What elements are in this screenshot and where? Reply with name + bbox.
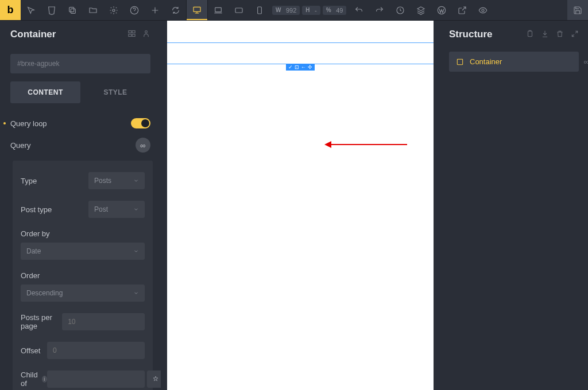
info-icon[interactable]: i <box>42 376 47 383</box>
dynamic-data-icon[interactable] <box>147 370 161 388</box>
container-icon <box>456 58 464 66</box>
svg-rect-4 <box>194 7 200 11</box>
desktop-view-icon[interactable] <box>187 0 207 20</box>
tablet-portrait-icon[interactable] <box>249 0 270 20</box>
signature-icon[interactable] <box>142 29 150 40</box>
order-label: Order <box>21 271 145 280</box>
element-handle[interactable]: ✓⊡←✢ <box>286 64 315 71</box>
query-loop-toggle[interactable] <box>131 118 150 128</box>
save-icon[interactable] <box>567 0 588 20</box>
query-label: Query <box>10 141 30 150</box>
type-select[interactable]: Posts <box>88 172 145 189</box>
laptop-view-icon[interactable] <box>208 0 229 20</box>
element-id-input[interactable]: #brxe-agpuek <box>10 54 150 73</box>
plus-icon[interactable] <box>145 0 165 20</box>
panel-title: Container <box>10 29 56 40</box>
svg-rect-11 <box>132 31 135 33</box>
tab-style[interactable]: STYLE <box>80 81 150 103</box>
undo-icon[interactable] <box>349 0 369 20</box>
clipboard-icon[interactable] <box>526 30 534 40</box>
order-by-label: Order by <box>21 229 145 238</box>
order-select[interactable]: Descending <box>21 284 145 302</box>
annotation-arrow <box>327 144 407 145</box>
wordpress-icon[interactable] <box>431 0 452 20</box>
eye-icon[interactable] <box>473 0 493 20</box>
ppp-input[interactable] <box>62 313 145 330</box>
collapse-icon[interactable] <box>571 30 579 40</box>
help-icon[interactable] <box>124 0 145 20</box>
topbar: b W992 H- %49 <box>0 0 588 21</box>
type-label: Type <box>21 177 37 185</box>
refresh-icon[interactable] <box>165 0 186 20</box>
query-row: Query ∞ <box>0 133 161 157</box>
svg-rect-6 <box>235 8 242 13</box>
layers-icon[interactable] <box>411 0 431 20</box>
svg-point-9 <box>482 9 484 11</box>
svg-rect-10 <box>129 31 131 33</box>
selected-container-outline[interactable] <box>167 42 434 64</box>
pointer-icon[interactable] <box>21 0 41 20</box>
svg-rect-15 <box>528 31 532 36</box>
layout-icon[interactable] <box>127 29 136 40</box>
offset-input[interactable] <box>47 342 145 359</box>
download-icon[interactable] <box>541 30 549 40</box>
svg-rect-13 <box>132 34 135 37</box>
copy-icon[interactable] <box>62 0 83 20</box>
post-type-select[interactable]: Post <box>88 201 145 218</box>
structure-item-container[interactable]: Container ∞ <box>449 52 579 72</box>
redo-icon[interactable] <box>369 0 390 20</box>
dimension-controls: W992 H- %49 <box>270 0 349 20</box>
child-of-input[interactable] <box>47 370 145 388</box>
svg-rect-1 <box>69 7 74 11</box>
tabs: CONTENT STYLE <box>10 81 150 103</box>
panel-header: Container <box>0 21 161 48</box>
gear-icon[interactable] <box>103 0 124 20</box>
css-icon[interactable] <box>41 0 62 20</box>
width-box[interactable]: W992 <box>272 6 300 15</box>
post-type-label: Post type <box>21 205 52 214</box>
offset-label: Offset <box>21 346 40 355</box>
svg-rect-0 <box>71 9 75 13</box>
tablet-landscape-icon[interactable] <box>229 0 249 20</box>
history-icon[interactable] <box>390 0 411 20</box>
child-of-label: Child ofi <box>21 370 47 388</box>
svg-rect-16 <box>457 59 462 64</box>
folder-icon[interactable] <box>83 0 103 20</box>
canvas[interactable]: ✓⊡←✢ <box>167 21 434 390</box>
svg-rect-12 <box>129 34 131 37</box>
structure-panel: Structure Container ∞ <box>440 21 588 390</box>
order-by-select[interactable]: Date <box>21 243 145 260</box>
trash-icon[interactable] <box>556 30 564 40</box>
query-loop-row: Query loop <box>0 114 161 133</box>
height-box[interactable]: H- <box>302 6 320 15</box>
query-settings: Type Posts Post type Post Order by Date … <box>13 161 153 390</box>
svg-point-2 <box>113 9 115 11</box>
logo[interactable]: b <box>0 0 21 20</box>
tab-content[interactable]: CONTENT <box>10 81 80 103</box>
zoom-box[interactable]: %49 <box>323 6 347 15</box>
structure-title: Structure <box>449 29 493 40</box>
canvas-area: ✓⊡←✢ <box>161 21 440 390</box>
ppp-label: Posts per page <box>21 313 62 330</box>
structure-item-label: Container <box>470 57 502 66</box>
loop-indicator-icon: ∞ <box>584 57 588 66</box>
svg-point-14 <box>145 31 148 33</box>
external-link-icon[interactable] <box>452 0 473 20</box>
left-panel: Container #brxe-agpuek CONTENT STYLE Que… <box>0 21 161 390</box>
query-loop-label: Query loop <box>10 119 47 128</box>
query-loop-indicator-icon[interactable]: ∞ <box>136 138 150 153</box>
svg-rect-5 <box>215 7 222 11</box>
svg-rect-7 <box>258 7 262 14</box>
